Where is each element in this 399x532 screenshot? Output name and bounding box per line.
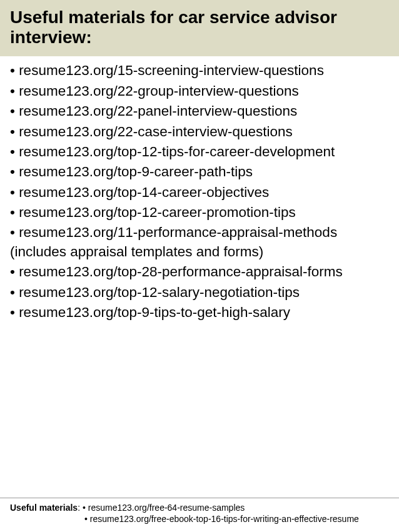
list-item: • resume123.org/11-performance-appraisal… (10, 223, 389, 261)
list-item: • resume123.org/22-group-interview-quest… (10, 82, 389, 101)
list-item: • resume123.org/top-12-salary-negotiatio… (10, 283, 389, 302)
list-item: • resume123.org/top-9-career-path-tips (10, 163, 389, 181)
page-title: Useful materials for car service advisor… (10, 8, 389, 48)
list-item: • resume123.org/top-28-performance-appra… (10, 263, 389, 281)
footer-link-2: • resume123.org/free-ebook-top-16-tips-f… (84, 514, 359, 524)
footer-sep: : (78, 503, 83, 513)
header-banner: Useful materials for car service advisor… (0, 0, 399, 56)
list-item: • resume123.org/top-14-career-objectives (10, 183, 389, 202)
list-item: • resume123.org/22-case-interview-questi… (10, 123, 389, 141)
footer-label: Useful materials (10, 503, 78, 513)
footer-line-1: Useful materials: • resume123.org/free-6… (10, 502, 389, 513)
list-item: • resume123.org/top-12-career-promotion-… (10, 203, 389, 222)
list-item: • resume123.org/15-screening-interview-q… (10, 61, 389, 80)
footer-line-2: • resume123.org/free-ebook-top-16-tips-f… (10, 513, 389, 524)
footer-link-1: • resume123.org/free-64-resume-samples (83, 503, 245, 513)
list-item: • resume123.org/top-12-tips-for-career-d… (10, 143, 389, 161)
footer: Useful materials: • resume123.org/free-6… (0, 498, 399, 532)
content-area: • resume123.org/15-screening-interview-q… (0, 56, 399, 497)
list-item: • resume123.org/top-9-tips-to-get-high-s… (10, 303, 389, 322)
list-item: • resume123.org/22-panel-interview-quest… (10, 102, 389, 121)
